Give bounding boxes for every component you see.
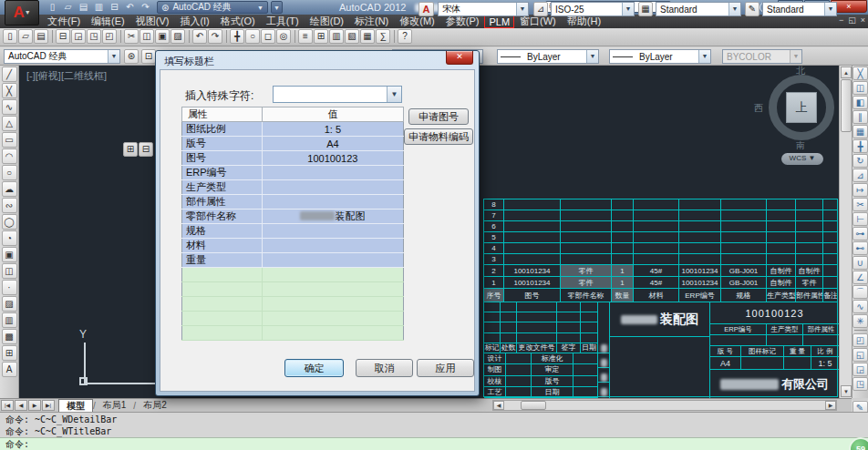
attr-value[interactable]: 装配图: [262, 210, 403, 224]
save-icon[interactable]: ▤: [34, 29, 48, 44]
new-icon[interactable]: ▯: [3, 29, 17, 44]
viewcube-north-label[interactable]: 北: [796, 66, 805, 77]
pan-icon[interactable]: ╋: [230, 29, 244, 44]
redo-icon[interactable]: ↷: [139, 1, 152, 14]
menu-窗口(W)[interactable]: 窗口(W): [514, 15, 562, 28]
doc-minimize-button[interactable]: −: [839, 15, 843, 25]
zoom-realtime-icon[interactable]: ○: [245, 29, 260, 44]
request-material-code-button[interactable]: 申请物料编码: [404, 128, 473, 145]
attr-value[interactable]: [262, 180, 403, 195]
menu-参数(P)[interactable]: 参数(P): [440, 15, 485, 28]
scale-icon[interactable]: ⊿: [852, 169, 868, 182]
scroll-right-icon[interactable]: ▶: [825, 401, 836, 410]
ok-button[interactable]: 确定: [284, 359, 344, 377]
prev-tab-icon[interactable]: ◀: [15, 400, 27, 411]
next-tab-icon[interactable]: ▶: [28, 400, 41, 411]
help-icon[interactable]: ?: [398, 29, 412, 44]
menu-格式(O)[interactable]: 格式(O): [215, 15, 261, 28]
stretch-icon[interactable]: ↦: [852, 183, 868, 197]
viewcube-south-label[interactable]: 南: [796, 139, 805, 152]
scroll-up-icon[interactable]: ▲: [841, 66, 852, 78]
table-icon[interactable]: ⊞: [2, 345, 17, 361]
open-icon[interactable]: ▱: [61, 1, 75, 14]
command-history[interactable]: 命令: ~C~C_WDetailBar命令: ~C~C_WTitleBar: [0, 412, 868, 437]
menu-帮助(H)[interactable]: 帮助(H): [562, 15, 606, 28]
construction-line-icon[interactable]: ╳: [2, 83, 17, 98]
plot-icon[interactable]: ⊟: [56, 29, 70, 44]
attribute-row[interactable]: 重量: [182, 253, 404, 268]
erase-icon[interactable]: ╳: [852, 66, 868, 80]
cut-icon[interactable]: ✂: [124, 29, 139, 44]
special-char-combo[interactable]: ▼: [273, 86, 402, 103]
sheet-set-manager-icon[interactable]: ▧: [345, 29, 359, 44]
annotate-pen-icon[interactable]: A: [418, 2, 434, 16]
array-icon[interactable]: ▦: [852, 125, 868, 138]
polygon-icon[interactable]: △: [2, 116, 17, 131]
table-style-combo[interactable]: Standard▼: [656, 2, 741, 16]
tab-布局2[interactable]: 布局2: [136, 399, 174, 412]
properties-icon[interactable]: ≡: [298, 29, 313, 44]
markup-set-manager-icon[interactable]: ▦: [360, 29, 375, 44]
chamfer-icon[interactable]: ∠: [852, 271, 868, 284]
text-style-combo[interactable]: 宋体▼: [438, 2, 529, 16]
table-style-icon[interactable]: ▦: [638, 2, 653, 16]
workspace-save-icon[interactable]: ⊡: [141, 49, 156, 64]
zoom-previous-icon[interactable]: ◎: [276, 29, 291, 44]
ellipse-arc-icon[interactable]: ◔: [2, 230, 17, 246]
autocad-logo-button[interactable]: A▼: [5, 0, 39, 26]
canvas-vertical-scrollbar[interactable]: ▲ ▼: [839, 66, 852, 398]
extend-icon[interactable]: ⊢: [852, 212, 868, 226]
grid-view-icon[interactable]: ⊞: [123, 142, 138, 157]
fillet-icon[interactable]: ⌒: [852, 285, 868, 299]
attribute-row[interactable]: 图纸比例1: 5: [182, 122, 404, 137]
dialog-close-icon[interactable]: ✕: [446, 51, 473, 65]
publish-icon[interactable]: ◳: [87, 29, 101, 44]
attr-value[interactable]: 1: 5: [262, 122, 403, 137]
menu-编辑(E)[interactable]: 编辑(E): [86, 15, 130, 28]
line-icon[interactable]: ╱: [2, 66, 17, 82]
menu-文件(F)[interactable]: 文件(F): [42, 15, 86, 28]
join-icon[interactable]: ∪: [852, 256, 868, 270]
command-input[interactable]: 命令:: [0, 437, 868, 450]
save-as-icon[interactable]: ▥: [92, 1, 106, 14]
rotate-icon[interactable]: ↻: [852, 154, 868, 168]
send-to-back-icon[interactable]: ◱: [852, 348, 868, 362]
workspaces-combo[interactable]: AutoCAD 经典▼: [4, 49, 120, 64]
menu-视图(V)[interactable]: 视图(V): [130, 15, 175, 28]
tab-布局1[interactable]: 布局1: [96, 399, 134, 412]
paste-icon[interactable]: ▣: [155, 29, 170, 44]
revision-cloud-icon[interactable]: ☁: [2, 181, 17, 197]
rectangle-icon[interactable]: ▭: [2, 132, 17, 148]
attribute-row[interactable]: ERP编号: [182, 166, 404, 180]
designcenter-icon[interactable]: ⊞: [314, 29, 328, 44]
menu-绘图(D)[interactable]: 绘图(D): [305, 15, 349, 28]
attr-value[interactable]: 100100123: [262, 151, 403, 166]
attribute-row[interactable]: 图号100100123: [182, 151, 404, 166]
undo-icon[interactable]: ↶: [192, 29, 207, 44]
mleader-style-combo[interactable]: Standard▼: [762, 2, 837, 16]
send-under-icon[interactable]: ◳: [852, 377, 868, 391]
attr-value[interactable]: [262, 239, 403, 253]
tab-模型[interactable]: 模型: [58, 399, 93, 412]
workspace-switcher[interactable]: ⊛ AutoCAD 经典 ▼: [157, 1, 268, 14]
last-tab-icon[interactable]: ▶|: [42, 400, 55, 411]
gradient-icon[interactable]: ▥: [2, 312, 17, 328]
menu-修改(M)[interactable]: 修改(M): [394, 15, 440, 28]
apply-button[interactable]: 应用: [417, 359, 474, 377]
scroll-left-icon[interactable]: ◀: [493, 401, 504, 410]
quickcalc-icon[interactable]: ∑: [376, 29, 390, 44]
menu-插入(I)[interactable]: 插入(I): [174, 15, 214, 28]
attr-value[interactable]: [262, 224, 403, 239]
menu-PLM[interactable]: PLM: [484, 15, 514, 28]
attribute-row[interactable]: 零部件名称装配图: [182, 210, 404, 224]
point-icon[interactable]: ·: [2, 280, 17, 295]
attr-value[interactable]: [262, 195, 403, 210]
dim-style-combo[interactable]: ISO-25▼: [551, 2, 635, 16]
open-icon[interactable]: ▱: [18, 29, 33, 44]
trim-icon[interactable]: ✂: [852, 198, 868, 211]
plot-icon[interactable]: ⊟: [108, 1, 121, 14]
bring-above-icon[interactable]: ◲: [852, 363, 868, 376]
undo-icon[interactable]: ↶: [123, 1, 137, 14]
plot-preview-icon[interactable]: ◲: [71, 29, 86, 44]
viewport-controls-label[interactable]: [-][俯视][二维线框]: [26, 69, 107, 83]
